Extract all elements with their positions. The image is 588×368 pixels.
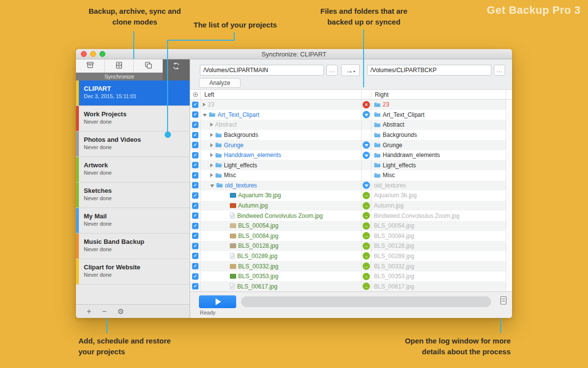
browse-left-button[interactable]: ...	[326, 65, 338, 76]
scrollbar-track[interactable]	[506, 261, 512, 271]
close-button[interactable]	[81, 51, 87, 57]
row-checkbox[interactable]	[192, 233, 198, 239]
left-path-input[interactable]	[200, 65, 324, 76]
file-row[interactable]: Autumn.jpgAutumn.jpg	[190, 201, 512, 211]
disclosure-triangle-collapsed[interactable]	[210, 123, 213, 127]
file-row[interactable]: AbstractAbstract	[190, 120, 512, 130]
scrollbar-track[interactable]	[506, 140, 512, 150]
scrollbar-track[interactable]	[506, 170, 512, 181]
archive-mode-button[interactable]	[105, 59, 134, 73]
sync-direction-button[interactable]: → ▾	[341, 64, 360, 76]
project-row[interactable]: ArtworkNever done	[76, 157, 190, 183]
row-checkbox[interactable]	[192, 263, 198, 269]
row-checkbox[interactable]	[192, 223, 198, 229]
copy-right-status-icon[interactable]	[363, 212, 370, 219]
file-row[interactable]: BLS_00353.jpgBLS_00353.jpg	[190, 271, 512, 282]
file-row[interactable]: Bindweed Convolvulus Zoom.jpgBindweed Co…	[190, 210, 512, 221]
clone-mode-button[interactable]	[134, 59, 163, 73]
row-checkbox[interactable]	[192, 192, 198, 199]
disclosure-triangle-expanded[interactable]	[210, 184, 214, 187]
scrollbar-track[interactable]	[506, 150, 512, 160]
copy-right-status-icon[interactable]	[363, 252, 370, 260]
target-icon[interactable]	[190, 90, 201, 99]
disclosure-triangle-collapsed[interactable]	[203, 103, 206, 106]
scrollbar-track[interactable]	[506, 251, 512, 262]
open-log-button[interactable]	[498, 295, 509, 307]
file-row[interactable]: BLS_00084.jpgBLS_00084.jpg	[190, 231, 512, 241]
row-checkbox[interactable]	[192, 203, 198, 209]
row-checkbox[interactable]	[192, 253, 198, 259]
sync-down-status-icon[interactable]	[363, 182, 370, 189]
project-row[interactable]: Photos and VideosNever done	[76, 131, 190, 157]
scrollbar-track[interactable]	[506, 160, 512, 170]
row-checkbox[interactable]	[192, 162, 198, 168]
scrollbar-track[interactable]	[506, 210, 512, 221]
sync-down-status-icon[interactable]	[363, 152, 370, 159]
analyze-button[interactable]: Analyze	[199, 78, 241, 88]
scrollbar-track[interactable]	[506, 221, 512, 231]
disclosure-triangle-collapsed[interactable]	[210, 163, 213, 167]
copy-right-status-icon[interactable]	[363, 263, 370, 270]
file-row[interactable]: BackgroundsBackgrounds	[190, 130, 512, 140]
file-row[interactable]: old_texturesold_textures	[190, 181, 512, 191]
project-row[interactable]: Music Band BackupNever done	[76, 234, 190, 259]
scrollbar-track[interactable]	[506, 100, 512, 110]
file-row[interactable]: MiscMisc	[190, 170, 512, 181]
copy-right-status-icon[interactable]	[363, 192, 370, 199]
start-sync-button[interactable]	[199, 295, 236, 308]
row-checkbox[interactable]	[192, 132, 198, 138]
sync-down-status-icon[interactable]	[363, 141, 370, 149]
copy-right-status-icon[interactable]	[363, 242, 370, 250]
delete-status-icon[interactable]	[363, 101, 370, 108]
row-checkbox[interactable]	[192, 182, 198, 188]
disclosure-triangle-collapsed[interactable]	[210, 173, 213, 177]
project-row[interactable]: CLIPARTDec 3, 2015, 15:11:01	[76, 80, 190, 106]
file-row[interactable]: Aquarium 3b.jpgAquarium 3b.jpg	[190, 190, 512, 201]
project-row[interactable]: SketchesNever done	[76, 183, 190, 208]
file-row[interactable]: GrungeGrunge	[190, 140, 512, 150]
zoom-button[interactable]	[99, 51, 105, 57]
row-checkbox[interactable]	[192, 122, 198, 128]
file-row[interactable]: BLS_00054.jpgBLS_00054.jpg	[190, 221, 512, 231]
row-checkbox[interactable]	[192, 283, 198, 289]
file-row[interactable]: BLS_00289.jpgBLS_00289.jpg	[190, 251, 512, 262]
project-settings-gear-icon[interactable]: ⚙	[118, 308, 124, 315]
copy-right-status-icon[interactable]	[363, 273, 370, 280]
right-path-input[interactable]	[367, 65, 491, 76]
right-column-header[interactable]: Right	[371, 91, 506, 98]
scrollbar-track[interactable]	[506, 241, 512, 251]
disclosure-triangle-expanded[interactable]	[203, 114, 207, 117]
copy-right-status-icon[interactable]	[363, 222, 370, 230]
file-row[interactable]: BLS_00332.jpgBLS_00332.jpg	[190, 261, 512, 271]
project-row[interactable]: My MailNever done	[76, 208, 190, 234]
title-bar[interactable]: Synchronize: CLIPART	[76, 49, 512, 59]
left-column-header[interactable]: Left	[201, 91, 361, 98]
row-checkbox[interactable]	[192, 102, 198, 108]
project-row[interactable]: Clipart for WebsiteNever done	[76, 259, 190, 285]
file-row[interactable]: 2323	[190, 100, 512, 110]
scrollbar-track[interactable]	[506, 110, 512, 120]
file-row[interactable]: BLS_00128.jpgBLS_00128.jpg	[190, 241, 512, 251]
remove-project-button[interactable]: −	[102, 308, 106, 315]
scrollbar-track[interactable]	[506, 120, 512, 130]
project-row[interactable]: Work ProjectsNever done	[76, 106, 190, 131]
row-checkbox[interactable]	[192, 273, 198, 280]
file-row[interactable]: BLS_00617.jpgBLS_00617.jpg	[190, 281, 512, 291]
scrollbar-track[interactable]	[506, 231, 512, 241]
sync-down-status-icon[interactable]	[363, 111, 370, 118]
scrollbar-track[interactable]	[506, 130, 512, 140]
scrollbar-track[interactable]	[506, 281, 512, 291]
browse-right-button[interactable]: ...	[494, 65, 505, 76]
scrollbar-track[interactable]	[506, 181, 512, 191]
row-checkbox[interactable]	[192, 152, 198, 158]
row-checkbox[interactable]	[192, 172, 198, 179]
disclosure-triangle-collapsed[interactable]	[210, 133, 213, 137]
backup-mode-button[interactable]	[76, 59, 105, 73]
disclosure-triangle-collapsed[interactable]	[210, 153, 213, 157]
disclosure-triangle-collapsed[interactable]	[210, 143, 213, 147]
copy-right-status-icon[interactable]	[363, 232, 370, 239]
add-project-button[interactable]: +	[87, 308, 91, 315]
scrollbar-track[interactable]	[506, 201, 512, 211]
scrollbar-track[interactable]	[506, 271, 512, 282]
file-row[interactable]: Light_effectsLight_effects	[190, 160, 512, 170]
